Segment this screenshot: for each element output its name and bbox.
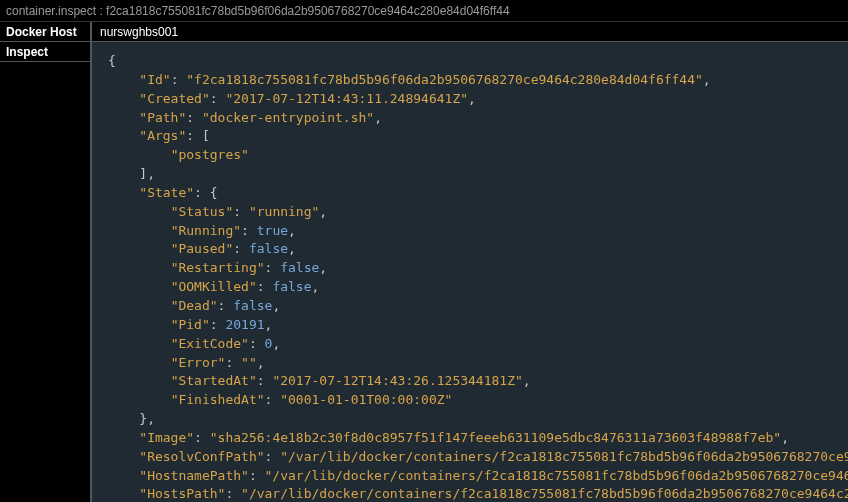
window-title: container.inspect : f2ca1818c755081fc78b…	[0, 0, 848, 22]
title-prefix: container.inspect :	[6, 4, 106, 18]
sidebar-label-inspect: Inspect	[0, 42, 90, 62]
inspect-json-panel[interactable]: { "Id": "f2ca1818c755081fc78bd5b96f06da2…	[92, 42, 848, 502]
content-pane: nurswghbs001 { "Id": "f2ca1818c755081fc7…	[92, 22, 848, 502]
sidebar-label-docker-host: Docker Host	[0, 22, 90, 42]
title-id: f2ca1818c755081fc78bd5b96f06da2b95067682…	[106, 4, 510, 18]
docker-host-value: nurswghbs001	[92, 22, 848, 42]
sidebar: Docker Host Inspect	[0, 22, 92, 502]
inspect-json-text: { "Id": "f2ca1818c755081fc78bd5b96f06da2…	[108, 52, 848, 502]
main-container: Docker Host Inspect nurswghbs001 { "Id":…	[0, 22, 848, 502]
